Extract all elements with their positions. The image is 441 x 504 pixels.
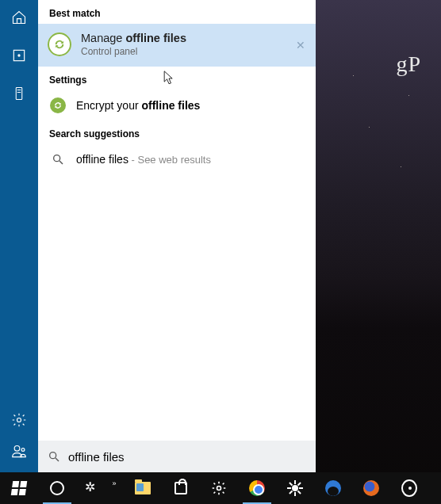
tray-button[interactable] (390, 472, 428, 504)
sync-icon (48, 32, 71, 56)
svg-point-12 (217, 487, 221, 491)
settings-result-encrypt[interactable]: Encrypt your offline files (38, 90, 316, 120)
svg-line-11 (56, 458, 59, 461)
section-best-match: Best match (38, 0, 316, 24)
edge-icon (325, 480, 341, 496)
start-button[interactable] (0, 472, 38, 504)
svg-line-9 (59, 161, 63, 164)
folder-icon (135, 482, 151, 494)
gear-icon (211, 480, 227, 496)
cortana-button[interactable] (38, 472, 76, 504)
edge-button[interactable] (314, 472, 352, 504)
svg-point-6 (14, 446, 20, 452)
windows-logo-icon (11, 481, 28, 495)
home-icon[interactable] (11, 10, 27, 25)
sync-icon (49, 97, 67, 114)
settings-button[interactable] (200, 472, 238, 504)
target-icon (401, 479, 417, 497)
close-icon[interactable]: ✕ (293, 38, 308, 52)
section-suggestions: Search suggestions (38, 120, 316, 144)
svg-point-8 (54, 155, 60, 162)
store-button[interactable] (162, 472, 200, 504)
svg-point-5 (17, 418, 21, 422)
search-input[interactable] (68, 450, 306, 464)
taskbar: ✲ » (0, 472, 441, 504)
best-match-subtitle: Control panel (81, 46, 186, 57)
svg-point-10 (50, 452, 56, 459)
overflow-button[interactable]: » (103, 472, 124, 504)
chevron-right-icon: » (112, 479, 114, 487)
firefox-icon (363, 480, 379, 496)
firefox-button[interactable] (352, 472, 390, 504)
cortana-icon (50, 481, 64, 495)
brightness-icon (287, 480, 303, 496)
best-match-title: Manage offline files (81, 32, 186, 44)
chrome-icon (249, 480, 265, 496)
dropbox-button[interactable]: ✲ (76, 472, 103, 504)
settings-icon[interactable] (11, 412, 27, 428)
start-search-flyout: Best match Manage offline files Control … (0, 0, 316, 472)
section-settings: Settings (38, 67, 316, 90)
settings-result-label: Encrypt your offline files (76, 99, 200, 112)
svg-point-7 (21, 449, 25, 452)
search-results-panel: Best match Manage offline files Control … (38, 0, 316, 472)
start-rail (0, 0, 38, 472)
svg-rect-2 (16, 88, 22, 100)
box-icon[interactable] (11, 48, 27, 63)
best-match-result[interactable]: Manage offline files Control panel ✕ (38, 24, 316, 67)
svg-point-1 (17, 54, 20, 56)
file-explorer-button[interactable] (124, 472, 162, 504)
chrome-button[interactable] (238, 472, 276, 504)
search-icon (48, 450, 60, 463)
search-bar[interactable] (38, 441, 316, 472)
device-icon[interactable] (11, 86, 27, 101)
search-icon (49, 151, 67, 168)
store-icon (174, 482, 187, 494)
brightness-button[interactable] (276, 472, 314, 504)
cursor-icon (163, 71, 174, 86)
dropbox-icon: ✲ (85, 479, 95, 494)
search-suggestion-label: offline files - See web results (76, 153, 211, 166)
user-icon[interactable] (11, 444, 27, 460)
search-suggestion[interactable]: offline files - See web results (38, 144, 316, 174)
watermark-logo: gP (396, 52, 421, 77)
